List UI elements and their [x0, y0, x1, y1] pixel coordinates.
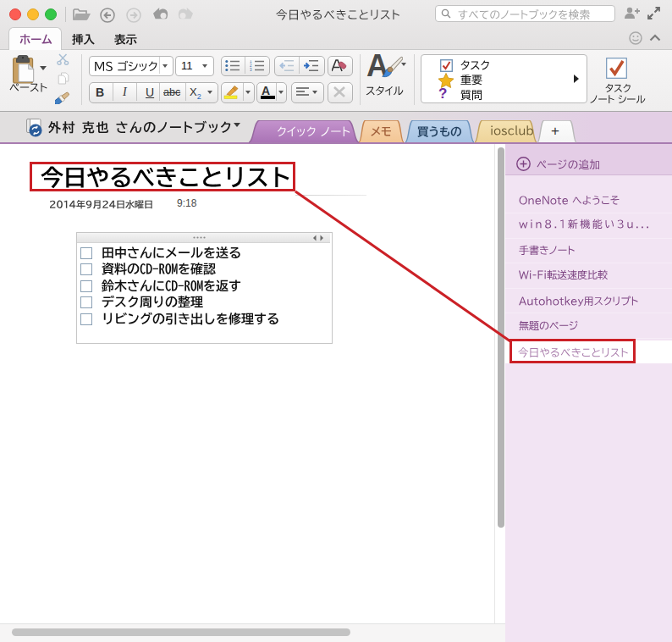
- svg-text:3: 3: [250, 68, 252, 71]
